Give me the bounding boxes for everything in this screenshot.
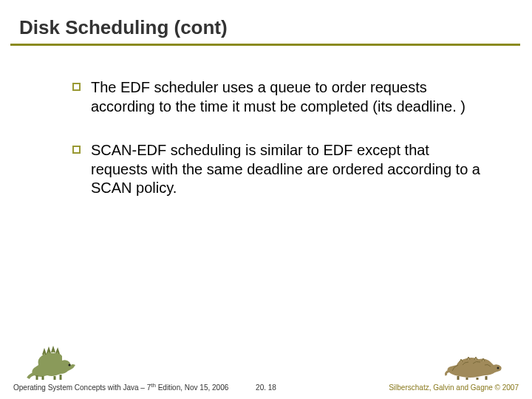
bullet-item: The EDF scheduler uses a queue to order … (72, 78, 480, 116)
dinosaur-right-icon (445, 349, 507, 381)
slide-number: 20. 18 (256, 383, 276, 392)
bullet-square-icon (72, 83, 81, 91)
bullet-text: SCAN-EDF scheduling is similar to EDF ex… (91, 141, 480, 198)
slide-title: Disk Scheduling (cont) (0, 0, 532, 44)
bullet-item: SCAN-EDF scheduling is similar to EDF ex… (72, 141, 480, 198)
footer-left-prefix: Operating System Concepts with Java – 7 (13, 383, 151, 392)
footer-left-suffix: Edition, Nov 15, 2006 (156, 383, 228, 392)
slide-content: The EDF scheduler uses a queue to order … (0, 46, 532, 198)
footer-left-sup: th (151, 382, 156, 389)
svg-point-1 (497, 367, 499, 369)
footer-right-text: Silberschatz, Galvin and Gagne © 2007 (389, 383, 519, 392)
slide-footer: Operating System Concepts with Java – 7t… (0, 382, 532, 392)
bullet-square-icon (72, 146, 81, 154)
svg-point-0 (69, 364, 71, 366)
footer-left-text: Operating System Concepts with Java – 7t… (13, 382, 228, 392)
dinosaur-left-icon (27, 341, 84, 381)
bullet-text: The EDF scheduler uses a queue to order … (91, 78, 480, 116)
